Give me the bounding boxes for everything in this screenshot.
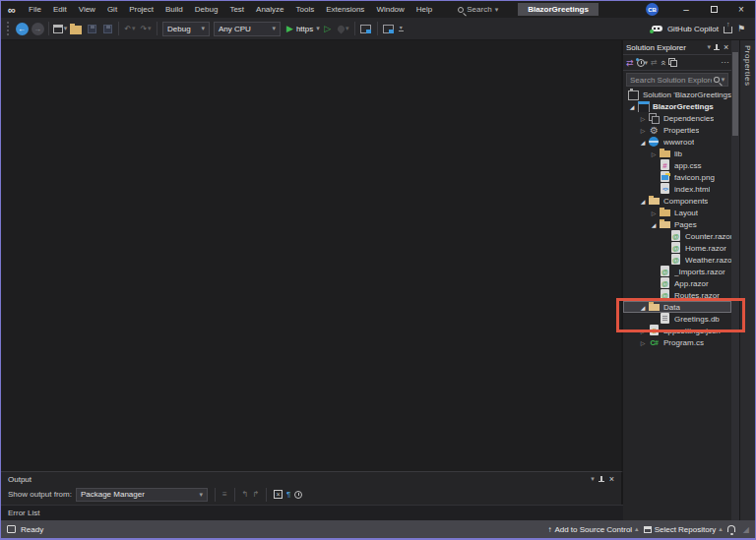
tree-item-wwwroot[interactable]: ◢wwwroot	[623, 136, 731, 148]
platform-dropdown[interactable]: Any CPU ▾	[214, 22, 281, 36]
tree-item-lib[interactable]: ▷lib	[623, 148, 731, 159]
tab-properties[interactable]: Properties	[743, 45, 752, 86]
tree-item-index-html[interactable]: index.html	[623, 183, 731, 195]
tree-item-app-css[interactable]: app.css	[623, 159, 731, 171]
sync-with-active-document-button[interactable]: ⇄	[651, 58, 658, 67]
menu-item-extensions[interactable]: Extensions	[320, 1, 370, 18]
expander-open-icon[interactable]: ◢	[638, 304, 648, 311]
send-feedback-icon[interactable]: ⚑	[737, 24, 745, 33]
expander-open-icon[interactable]: ◢	[638, 198, 648, 205]
expander-closed-icon[interactable]: ▷	[649, 210, 659, 216]
pending-changes-filter-button[interactable]: ▾	[637, 59, 649, 67]
find-message-button[interactable]: ≡	[222, 490, 227, 499]
menu-item-help[interactable]: Help	[410, 1, 438, 18]
error-list-tab[interactable]: Error List	[1, 505, 623, 520]
navigate-back-button[interactable]: ←	[14, 21, 30, 37]
tree-item-appsettings-json[interactable]: ▷appsettings.json	[623, 325, 731, 336]
start-debugging-button[interactable]: ▶ https ▾	[286, 21, 320, 37]
select-repository-button[interactable]: Select Repository ▴	[644, 525, 723, 534]
close-button[interactable]: ×	[727, 1, 755, 18]
tree-item-program-cs[interactable]: ▷Program.cs	[623, 336, 731, 348]
navigate-forward-button[interactable]: →	[30, 21, 45, 37]
tree-item-pages[interactable]: ◢Pages	[623, 218, 731, 230]
menu-item-test[interactable]: Test	[223, 1, 250, 18]
save-button[interactable]	[84, 21, 99, 37]
toolbar-more-button[interactable]: ⋯	[721, 58, 728, 67]
resize-grip[interactable]: ◢	[743, 525, 749, 534]
github-copilot-button[interactable]: GitHub Copilot ⚑	[652, 24, 745, 33]
pin-icon[interactable]	[714, 43, 721, 52]
expander-closed-icon[interactable]: ▷	[638, 339, 648, 346]
solution-explorer-scrollbar[interactable]	[731, 40, 739, 520]
tree-item-weather-razor[interactable]: Weather.razor	[623, 254, 731, 266]
tree-item-favicon-png[interactable]: favicon.png	[623, 171, 731, 183]
feedback-window-button[interactable]	[381, 21, 397, 37]
show-timestamps-button[interactable]	[294, 491, 302, 499]
redo-button[interactable]: ↷▾	[138, 21, 154, 37]
toolbar-drag-handle[interactable]	[7, 22, 10, 35]
solution-explorer-search-input[interactable]: Search Solution Explorer (C ▾	[626, 73, 728, 87]
tree-item-greetings-db[interactable]: Greetings.db	[623, 313, 731, 325]
menu-item-file[interactable]: File	[23, 1, 47, 18]
tree-item-components[interactable]: ◢Components	[623, 195, 731, 207]
expander-open-icon[interactable]: ◢	[649, 221, 659, 228]
menu-item-build[interactable]: Build	[159, 1, 189, 18]
live-share-button[interactable]	[358, 21, 374, 37]
share-icon[interactable]	[724, 27, 732, 33]
expander-closed-icon[interactable]: ▷	[649, 150, 659, 157]
menu-item-git[interactable]: Git	[101, 1, 123, 18]
tree-item-imports-razor[interactable]: _Imports.razor	[623, 266, 731, 277]
tree-item-blazorgreetings[interactable]: ◢BlazorGreetings	[623, 100, 731, 112]
pane-options-dropdown[interactable]: ▾	[707, 43, 711, 51]
clear-all-output-button[interactable]: ×	[274, 490, 283, 499]
toolbar-overflow-button[interactable]: ▾	[399, 26, 404, 31]
notifications-bell-icon[interactable]	[727, 525, 735, 532]
close-icon[interactable]: ×	[609, 474, 614, 484]
minimize-button[interactable]: –	[672, 1, 700, 18]
output-source-dropdown[interactable]: Package Manager ▾	[76, 488, 208, 502]
tree-item-properties[interactable]: ▷Properties	[623, 124, 731, 136]
configuration-dropdown[interactable]: Debug ▾	[162, 22, 210, 36]
toggle-word-wrap-button[interactable]: ¶	[286, 490, 290, 499]
menu-item-view[interactable]: View	[73, 1, 101, 18]
menu-item-analyze[interactable]: Analyze	[250, 1, 289, 18]
menu-item-project[interactable]: Project	[123, 1, 159, 18]
tree-item-dependencies[interactable]: ▷Dependencies	[623, 112, 731, 124]
maximize-button[interactable]	[700, 1, 727, 18]
next-message-button[interactable]: ↱	[252, 490, 259, 499]
pin-icon[interactable]	[598, 475, 605, 484]
previous-message-button[interactable]: ↰	[242, 490, 249, 499]
tree-item-data[interactable]: ◢Data	[623, 301, 731, 313]
switch-views-icon[interactable]: ⇄	[626, 58, 634, 68]
expander-open-icon[interactable]: ◢	[638, 139, 648, 146]
expander-closed-icon[interactable]: ▷	[638, 127, 648, 134]
tree-item-label: Data	[663, 303, 680, 312]
menu-item-window[interactable]: Window	[370, 1, 410, 18]
open-folder-button[interactable]	[68, 21, 84, 37]
menu-item-tools[interactable]: Tools	[290, 1, 321, 18]
scrollbar-thumb[interactable]	[732, 52, 738, 136]
tree-item-routes-razor[interactable]: Routes.razor	[623, 289, 731, 301]
hot-reload-button[interactable]: ▾	[336, 21, 351, 37]
account-avatar[interactable]: CB	[646, 3, 659, 16]
tree-item-solution-blazorgreetings-1[interactable]: Solution 'BlazorGreetings' (1	[623, 89, 731, 100]
add-to-source-control-button[interactable]: ↑ Add to Source Control ▴	[547, 525, 638, 534]
tree-item-home-razor[interactable]: Home.razor	[623, 242, 731, 254]
new-project-button[interactable]: ▾	[52, 21, 68, 37]
tree-item-counter-razor[interactable]: Counter.razor	[623, 230, 731, 242]
expander-open-icon[interactable]: ◢	[627, 103, 637, 110]
pane-options-dropdown[interactable]: ▾	[591, 475, 595, 483]
start-without-debugging-button[interactable]: ▷	[320, 21, 336, 37]
close-icon[interactable]: ×	[724, 42, 728, 52]
expander-closed-icon[interactable]: ▷	[638, 115, 648, 122]
menu-item-edit[interactable]: Edit	[47, 1, 73, 18]
show-all-files-button[interactable]	[668, 58, 677, 67]
expander-closed-icon[interactable]: ▷	[638, 328, 648, 334]
search-box[interactable]: Search ▾	[452, 4, 504, 15]
collapse-all-button[interactable]: «	[661, 58, 665, 68]
tree-item-app-razor[interactable]: App.razor	[623, 277, 731, 289]
tree-item-layout[interactable]: ▷Layout	[623, 207, 731, 218]
save-all-button[interactable]	[99, 21, 115, 37]
undo-button[interactable]: ↶▾	[122, 21, 138, 37]
menu-item-debug[interactable]: Debug	[189, 1, 224, 18]
